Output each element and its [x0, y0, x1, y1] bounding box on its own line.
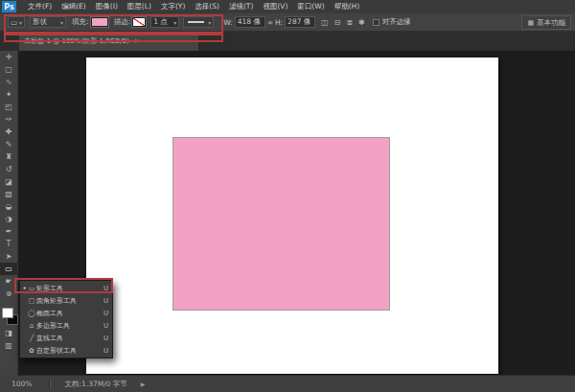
quick-mask-icon[interactable]: ◨: [0, 327, 17, 339]
photoshop-window: Ps 文件(F) 编辑(E) 图像(I) 图层(L) 文字(Y) 选择(S) 滤…: [0, 0, 575, 392]
document-title: 未标题-1 @ 100%(矩形 1,RGB/8): [24, 36, 129, 46]
pen-tool[interactable]: ✒: [0, 225, 17, 238]
polygon-icon: ⌂: [27, 322, 36, 330]
chevron-down-icon: ▾: [208, 19, 211, 26]
menu-item-label: 直线工具: [36, 334, 101, 343]
marquee-tool[interactable]: ▢: [0, 63, 17, 76]
gear-icon[interactable]: ✱: [358, 18, 365, 27]
history-brush-tool[interactable]: ↺: [0, 163, 17, 175]
stroke-color-swatch[interactable]: [132, 17, 146, 27]
ps-logo-icon: Ps: [2, 1, 16, 12]
tool-mode-select[interactable]: 形状 ▾: [30, 16, 66, 28]
path-operations-icon[interactable]: ◫: [321, 18, 329, 27]
foreground-color-swatch[interactable]: [2, 308, 13, 318]
fill-label: 填充:: [72, 17, 89, 27]
menu-filter[interactable]: 滤镜(T): [224, 2, 258, 12]
menu-item-label: 圆角矩形工具: [36, 296, 101, 306]
menu-help[interactable]: 帮助(H): [330, 2, 365, 12]
rectangle-icon: ▭: [27, 285, 36, 292]
tool-options-bar: ▭ ▾ 形状 ▾ 填充: 描边: 1 点 ▾ ▾ W: 418 像 ∞ H: 2…: [0, 13, 575, 32]
menu-item-rounded-rectangle-tool[interactable]: ▢ 圆角矩形工具 U: [20, 294, 112, 307]
tool-preset-dropdown[interactable]: ▭ ▾: [8, 16, 25, 28]
menu-window[interactable]: 窗口(W): [292, 2, 329, 12]
quick-selection-tool[interactable]: ✦: [0, 88, 17, 101]
grid-icon: ▦: [527, 19, 534, 27]
tools-panel: ✛ ▢ ∿ ✦ ◰ ✑ ✚ ✎ ♜ ↺ ◪ ▧ ◒ ◑ ✒ T ➤ ▭ ☛ ⊕ …: [0, 51, 18, 376]
brush-tool[interactable]: ✎: [0, 138, 17, 150]
eraser-tool[interactable]: ◪: [0, 175, 17, 188]
document-page[interactable]: [86, 58, 498, 374]
menu-image[interactable]: 图像(I): [91, 2, 123, 12]
stroke-width-input[interactable]: 1 点 ▾: [150, 16, 179, 28]
shortcut-key: U: [104, 347, 108, 355]
clone-stamp-tool[interactable]: ♜: [0, 150, 17, 163]
path-alignment-icon[interactable]: ⊟: [334, 18, 341, 27]
menu-item-label: 多边形工具: [36, 321, 101, 331]
document-tab-bar: 未标题-1 @ 100%(矩形 1,RGB/8) ×: [0, 31, 575, 51]
workspace-switcher-button[interactable]: ▦ 基本功能: [521, 15, 571, 30]
shape-width-input[interactable]: 418 像: [235, 16, 265, 28]
close-icon[interactable]: ×: [134, 37, 140, 45]
stroke-style-dropdown[interactable]: ▾: [183, 16, 214, 28]
move-tool[interactable]: ✛: [0, 51, 17, 63]
healing-brush-tool[interactable]: ✚: [0, 126, 17, 138]
type-tool[interactable]: T: [0, 238, 17, 250]
hand-tool[interactable]: ☛: [0, 275, 17, 288]
blur-tool[interactable]: ◒: [0, 200, 17, 213]
tool-mode-value: 形状: [33, 17, 47, 27]
menu-layer[interactable]: 图层(L): [123, 2, 156, 12]
menu-item-polygon-tool[interactable]: ⌂ 多边形工具 U: [20, 319, 112, 332]
custom-shape-icon: ✿: [27, 347, 36, 355]
menu-bar: Ps 文件(F) 编辑(E) 图像(I) 图层(L) 文字(Y) 选择(S) 滤…: [0, 0, 575, 14]
rectangle-preset-icon: ▭: [11, 18, 17, 27]
shortcut-key: U: [104, 322, 108, 330]
menu-item-label: 矩形工具: [36, 284, 101, 293]
menu-item-rectangle-tool[interactable]: • ▭ 矩形工具 U: [20, 282, 112, 294]
menu-view[interactable]: 视图(V): [258, 2, 292, 12]
screen-mode-icon[interactable]: ▥: [0, 339, 17, 352]
lasso-tool[interactable]: ∿: [0, 76, 17, 88]
eyedropper-tool[interactable]: ✑: [0, 113, 17, 126]
status-divider: [49, 379, 51, 389]
menu-type[interactable]: 文字(Y): [156, 2, 190, 12]
workspace-label: 基本功能: [537, 18, 565, 28]
rectangle-shape-tool[interactable]: ▭: [0, 263, 17, 275]
drawn-rectangle-shape: [172, 137, 390, 311]
menu-item-ellipse-tool[interactable]: ◯ 椭圆工具 U: [20, 307, 112, 319]
document-size-info: 文档:1.37M/0 字节: [64, 380, 126, 389]
stroke-label: 描边:: [114, 17, 131, 27]
dodge-tool[interactable]: ◑: [0, 213, 17, 225]
menu-file[interactable]: 文件(F): [23, 2, 57, 12]
align-edges-label: 对齐边缘: [382, 17, 411, 27]
menu-select[interactable]: 选择(S): [190, 2, 224, 12]
status-bar: 100% 文档:1.37M/0 字节 ▶: [0, 375, 575, 392]
menu-edit[interactable]: 编辑(E): [57, 2, 91, 12]
menu-item-label: 椭圆工具: [36, 309, 101, 318]
zoom-level-field[interactable]: 100%: [12, 380, 32, 388]
shortcut-key: U: [104, 285, 108, 292]
shape-tools-flyout-menu: • ▭ 矩形工具 U ▢ 圆角矩形工具 U ◯ 椭圆工具 U ⌂ 多边形工具 U…: [19, 280, 113, 358]
chevron-down-icon: ▾: [173, 19, 176, 26]
fill-color-swatch[interactable]: [91, 17, 108, 27]
path-arrangement-icon[interactable]: ≣: [346, 18, 353, 27]
height-label: H:: [275, 18, 283, 27]
shortcut-key: U: [104, 310, 108, 317]
stroke-width-value: 1 点: [153, 17, 168, 27]
ellipse-icon: ◯: [27, 310, 36, 317]
shape-height-input[interactable]: 287 像: [285, 16, 315, 28]
path-selection-tool[interactable]: ➤: [0, 250, 17, 263]
zoom-tool[interactable]: ⊕: [0, 288, 17, 300]
menu-item-custom-shape-tool[interactable]: ✿ 自定形状工具 U: [20, 344, 112, 357]
shape-width-value: 418 像: [238, 17, 261, 27]
menu-item-line-tool[interactable]: ╱ 直线工具 U: [20, 332, 112, 344]
align-edges-checkbox[interactable]: [373, 19, 380, 26]
document-tab[interactable]: 未标题-1 @ 100%(矩形 1,RGB/8) ×: [19, 32, 199, 51]
line-icon: ╱: [27, 334, 36, 342]
gradient-tool[interactable]: ▧: [0, 188, 17, 200]
crop-tool[interactable]: ◰: [0, 101, 17, 113]
link-dimensions-icon[interactable]: ∞: [267, 18, 273, 27]
chevron-down-icon: ▾: [19, 19, 22, 26]
width-label: W:: [223, 18, 233, 27]
status-menu-arrow-icon[interactable]: ▶: [141, 380, 146, 387]
shape-height-value: 287 像: [288, 17, 310, 27]
